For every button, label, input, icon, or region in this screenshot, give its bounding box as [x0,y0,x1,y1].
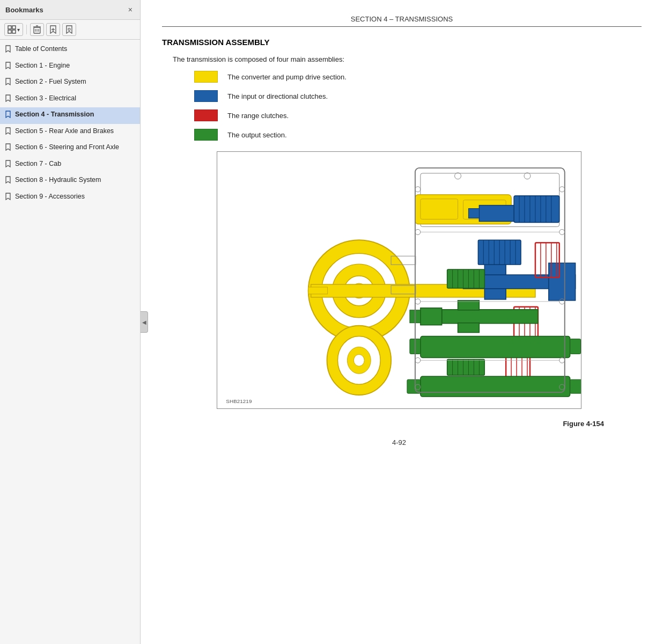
collapse-handle[interactable]: ◀ [141,311,148,333]
svg-rect-108 [308,287,328,294]
delete-button[interactable] [30,23,44,36]
page-number: 4-92 [162,438,636,457]
expand-arrow: ▾ [17,27,20,33]
transmission-diagram: SHB21219 [217,152,581,408]
link-bookmark-button[interactable] [62,23,76,36]
bookmark-icon [5,45,11,56]
svg-rect-2 [8,30,11,33]
legend-text-1: The input or directional clutches. [227,92,328,100]
sidebar-item-label: Section 7 - Cab [15,159,136,169]
bookmark-list: Table of ContentsSection 1 - EngineSecti… [0,40,140,644]
content-area: TRANSMISSION ASSEMBLY The transmission i… [141,27,663,468]
close-button[interactable]: × [126,4,135,15]
sidebar-item-label: Section 1 - Engine [15,61,136,71]
svg-rect-65 [421,336,570,358]
bookmark-icon [5,176,11,187]
svg-rect-74 [407,379,421,393]
legend-color-box-2 [194,109,218,121]
svg-rect-73 [421,376,570,397]
diagram-container: SHB21219 [217,151,581,409]
sidebar-item-toc[interactable]: Table of Contents [0,42,140,58]
legend-text-2: The range clutches. [227,112,289,120]
intro-text: The transmission is composed of four mai… [173,55,636,63]
legend: The converter and pump drive section.The… [162,71,636,141]
sidebar-header: Bookmarks × [0,0,140,20]
bookmark-icon [5,78,11,89]
sidebar-item-s6[interactable]: Section 6 - Steering and Front Axle [0,140,140,157]
svg-rect-39 [484,264,506,275]
svg-rect-71 [421,308,442,325]
sidebar-item-s9[interactable]: Section 9 - Accessories [0,189,140,206]
svg-rect-40 [484,289,506,299]
bookmark-icon [5,62,11,72]
svg-rect-75 [570,379,581,393]
figure-caption: Figure 4-154 [162,420,636,428]
toolbar-separator [26,25,27,34]
bookmark-icon [5,111,11,121]
bookmark-icon [5,160,11,171]
sidebar-item-label: Section 8 - Hydraulic System [15,175,136,185]
svg-rect-1 [12,26,16,29]
sidebar-item-label: Section 9 - Accessories [15,192,136,202]
add-bookmark-icon [49,25,57,34]
svg-rect-67 [570,339,581,354]
legend-color-box-0 [194,71,218,83]
sidebar-item-s7[interactable]: Section 7 - Cab [0,157,140,173]
svg-text:SHB21219: SHB21219 [226,398,252,404]
legend-text-0: The converter and pump drive section. [227,73,347,81]
delete-icon [33,25,41,34]
sidebar-title: Bookmarks [5,6,43,14]
bookmark-icon [5,193,11,203]
sidebar-item-s5[interactable]: Section 5 - Rear Axle and Brakes [0,124,140,141]
sidebar-item-label: Section 5 - Rear Axle and Brakes [15,127,136,136]
toolbar: ▾ [0,20,140,40]
sidebar-item-label: Section 4 - Transmission [15,110,136,120]
legend-color-box-1 [194,90,218,102]
expand-icon [8,25,16,34]
sidebar-item-s3[interactable]: Section 3 - Electrical [0,91,140,108]
legend-text-3: The output section. [227,131,287,139]
legend-item-2: The range clutches. [194,109,636,121]
svg-rect-37 [468,209,479,218]
sidebar-item-s1[interactable]: Section 1 - Engine [0,58,140,75]
sidebar-item-label: Section 2 - Fuel System [15,77,136,87]
main-content: SECTION 4 – TRANSMISSIONS TRANSMISSION A… [141,0,663,644]
link-bookmark-icon [65,25,73,34]
legend-item-3: The output section. [194,129,636,141]
svg-rect-3 [12,30,16,33]
legend-item-0: The converter and pump drive section. [194,71,636,83]
svg-point-27 [353,354,364,366]
sidebar: Bookmarks × ▾ [0,0,141,644]
expand-button[interactable]: ▾ [4,23,23,36]
collapse-icon: ◀ [142,319,146,325]
section-title: TRANSMISSION ASSEMBLY [162,38,636,47]
svg-rect-0 [8,26,11,29]
section-header-label: SECTION 4 – TRANSMISSIONS [351,15,453,23]
bookmark-icon [5,94,11,105]
bookmark-icon [5,127,11,138]
sidebar-item-s2[interactable]: Section 2 - Fuel System [0,75,140,91]
page-header: SECTION 4 – TRANSMISSIONS [162,8,642,27]
sidebar-item-s4[interactable]: Section 4 - Transmission [0,107,140,124]
svg-rect-36 [479,206,514,222]
svg-rect-69 [458,301,480,310]
svg-rect-68 [442,310,538,324]
sidebar-item-label: Section 3 - Electrical [15,94,136,104]
svg-rect-41 [549,263,576,301]
sidebar-item-label: Section 6 - Steering and Front Axle [15,143,136,152]
sidebar-item-label: Table of Contents [15,45,136,54]
legend-color-box-3 [194,129,218,141]
sidebar-item-s8[interactable]: Section 8 - Hydraulic System [0,173,140,189]
svg-rect-70 [458,323,480,333]
svg-rect-22 [421,199,458,219]
svg-rect-28 [514,196,559,223]
add-bookmark-button[interactable] [46,23,60,36]
bookmark-icon [5,143,11,154]
legend-item-1: The input or directional clutches. [194,90,636,102]
